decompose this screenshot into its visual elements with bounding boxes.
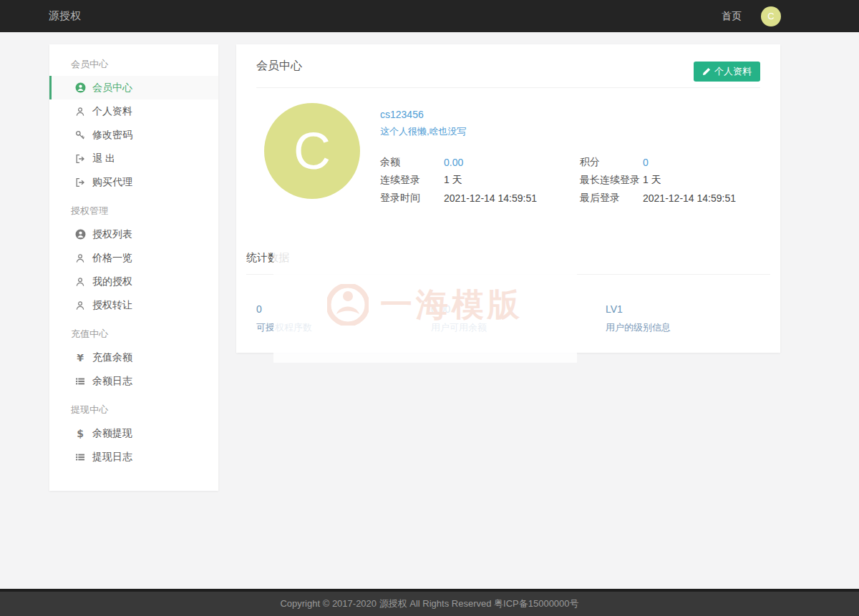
- main-header: 会员中心 个人资料: [256, 44, 760, 88]
- stat-card-label: 用户可用余额: [431, 321, 606, 334]
- stat-label: 最后登录: [580, 192, 643, 205]
- brand-logo[interactable]: 源授权: [49, 9, 81, 23]
- sidebar-item-my-auth[interactable]: 我的授权: [49, 270, 218, 293]
- sidebar-section-member: 会员中心 会员中心 个人资料 修改密码: [49, 53, 218, 194]
- stat-value: 2021-12-14 14:59:51: [444, 192, 537, 204]
- sidebar-item-auth-list[interactable]: 授权列表: [49, 223, 218, 246]
- user-icon: [74, 107, 86, 117]
- sidebar: 会员中心 会员中心 个人资料 修改密码: [49, 44, 218, 491]
- stat-value: 0.00: [444, 157, 463, 168]
- sign-out-icon: [74, 154, 86, 164]
- stat-row-login-time: 登录时间 2021-12-14 14:59:51: [380, 189, 580, 207]
- sidebar-item-recharge-balance[interactable]: ¥ 充值余额: [49, 346, 218, 369]
- profile-bio: 这个人很懒,啥也没写: [380, 125, 760, 138]
- yen-icon: ¥: [74, 352, 86, 363]
- stat-row-consecutive-login: 连续登录 1 天: [380, 171, 580, 189]
- sidebar-item-label: 退 出: [92, 152, 115, 165]
- statistics-cards: 0 可授权程序数 0.00 用户可用余额 LV1 用户的级别信息: [236, 275, 780, 334]
- navbar-avatar[interactable]: C: [761, 6, 781, 26]
- list-icon: [74, 376, 86, 386]
- sidebar-section-recharge: 充值中心 ¥ 充值余额 余额日志: [49, 323, 218, 393]
- stat-value: 1 天: [444, 174, 462, 187]
- stat-label: 登录时间: [380, 192, 444, 205]
- profile-username[interactable]: cs123456: [380, 109, 760, 120]
- sidebar-item-label: 我的授权: [92, 275, 132, 288]
- stat-card-value: 0.00: [431, 303, 606, 315]
- edit-profile-button[interactable]: 个人资料: [694, 62, 760, 82]
- main-panel: 会员中心 个人资料 C cs123456 这个人很懒,啥也没写 余额 0.00: [236, 44, 780, 353]
- sidebar-item-logout[interactable]: 退 出: [49, 147, 218, 170]
- stat-label: 积分: [580, 156, 643, 169]
- dollar-icon: $: [74, 428, 86, 439]
- sidebar-item-change-password[interactable]: 修改密码: [49, 123, 218, 147]
- sidebar-item-balance-withdraw[interactable]: $ 余额提现: [49, 421, 218, 445]
- sidebar-section-header: 会员中心: [49, 53, 218, 76]
- stat-value: 0: [643, 157, 649, 168]
- profile-stats: 余额 0.00 连续登录 1 天 登录时间 2021-12-14 14:59:5…: [380, 153, 760, 207]
- sidebar-item-withdraw-log[interactable]: 提现日志: [49, 445, 218, 469]
- sidebar-item-member-center[interactable]: 会员中心: [49, 76, 218, 99]
- stat-row-last-login: 最后登录 2021-12-14 14:59:51: [580, 189, 736, 207]
- stat-card-value: 0: [256, 303, 431, 315]
- sidebar-item-label: 授权转让: [92, 299, 132, 312]
- sidebar-item-label: 充值余额: [92, 351, 132, 364]
- sidebar-section-header: 充值中心: [49, 323, 218, 346]
- user-icon: [74, 253, 86, 263]
- profile-stats-left: 余额 0.00 连续登录 1 天 登录时间 2021-12-14 14:59:5…: [380, 153, 580, 207]
- edit-profile-button-label: 个人资料: [714, 65, 752, 78]
- sidebar-item-label: 授权列表: [92, 228, 132, 241]
- pencil-icon: [702, 67, 711, 76]
- sidebar-item-label: 余额日志: [92, 375, 132, 388]
- profile-info: cs123456 这个人很懒,啥也没写 余额 0.00 连续登录 1 天: [380, 103, 760, 207]
- profile-avatar: C: [264, 103, 360, 199]
- user-icon: [74, 277, 86, 287]
- stat-value: 1 天: [643, 174, 661, 187]
- footer: Copyright © 2017-2020 源授权 All Rights Res…: [0, 589, 859, 616]
- sidebar-item-label: 价格一览: [92, 252, 132, 265]
- sidebar-item-label: 余额提现: [92, 427, 132, 440]
- user-circle-icon: [74, 82, 86, 93]
- profile-stats-right: 积分 0 最长连续登录 1 天 最后登录 2021-12-14 14:59:51: [580, 153, 736, 207]
- sidebar-item-label: 提现日志: [92, 451, 132, 464]
- navbar-right: 首页 C: [722, 6, 781, 26]
- profile-section: C cs123456 这个人很懒,啥也没写 余额 0.00 连续登录 1 天: [236, 88, 780, 207]
- sidebar-item-label: 修改密码: [92, 129, 132, 142]
- sidebar-item-label: 个人资料: [92, 105, 132, 118]
- stat-row-longest-login: 最长连续登录 1 天: [580, 171, 736, 189]
- stat-card-label: 可授权程序数: [256, 321, 431, 334]
- copyright-text: Copyright © 2017-2020 源授权 All Rights Res…: [0, 592, 859, 615]
- statistics-title: 统计数据: [246, 251, 770, 265]
- sign-out-icon: [74, 177, 86, 187]
- key-icon: [74, 130, 86, 140]
- page-title: 会员中心: [256, 44, 760, 87]
- stat-card-available-balance: 0.00 用户可用余额: [431, 303, 606, 334]
- sidebar-item-profile[interactable]: 个人资料: [49, 99, 218, 123]
- sidebar-item-price-list[interactable]: 价格一览: [49, 246, 218, 270]
- stat-row-points: 积分 0: [580, 153, 736, 171]
- sidebar-item-label: 购买代理: [92, 176, 132, 189]
- user-icon: [74, 300, 86, 311]
- user-circle-icon: [74, 229, 86, 240]
- stat-label: 连续登录: [380, 174, 444, 187]
- top-navbar: 源授权 首页 C: [0, 0, 859, 32]
- page: 源授权 首页 C 会员中心 会员中心 个人资料: [0, 0, 859, 616]
- stat-card-user-level: LV1 用户的级别信息: [606, 303, 780, 334]
- sidebar-section-header: 授权管理: [49, 200, 218, 223]
- stat-card-value: LV1: [606, 303, 780, 315]
- stat-label: 最长连续登录: [580, 174, 643, 187]
- stat-card-authorizable-programs: 0 可授权程序数: [256, 303, 431, 334]
- sidebar-item-auth-transfer[interactable]: 授权转让: [49, 293, 218, 317]
- nav-home-link[interactable]: 首页: [722, 10, 742, 23]
- list-icon: [74, 452, 86, 462]
- stat-label: 余额: [380, 156, 444, 169]
- sidebar-item-label: 会员中心: [92, 82, 132, 94]
- sidebar-section-withdraw: 提现中心 $ 余额提现 提现日志: [49, 399, 218, 469]
- sidebar-item-buy-agent[interactable]: 购买代理: [49, 170, 218, 194]
- stat-row-balance: 余额 0.00: [380, 153, 580, 171]
- sidebar-section-header: 提现中心: [49, 399, 218, 421]
- stat-value: 2021-12-14 14:59:51: [643, 192, 736, 204]
- sidebar-item-balance-log[interactable]: 余额日志: [49, 369, 218, 393]
- stat-card-label: 用户的级别信息: [606, 321, 780, 334]
- sidebar-section-authorization: 授权管理 授权列表 价格一览 我的授权: [49, 200, 218, 317]
